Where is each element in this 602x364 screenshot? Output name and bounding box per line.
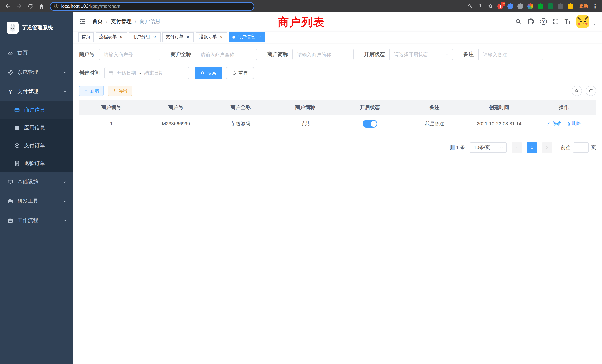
- filter-merchant-no: 商户号: [79, 49, 160, 60]
- close-icon[interactable]: ×: [119, 34, 124, 40]
- close-icon[interactable]: ×: [185, 34, 191, 40]
- extension-icon-6[interactable]: [548, 3, 553, 9]
- tab-merchant-info[interactable]: 商户信息 ×: [229, 32, 265, 42]
- trash-icon: [566, 121, 571, 126]
- password-key-icon[interactable]: [467, 3, 473, 9]
- page-1-button[interactable]: 1: [527, 142, 537, 152]
- reload-icon[interactable]: [27, 3, 33, 9]
- filter-label: 备注: [463, 51, 474, 58]
- tab-process-form[interactable]: 流程表单 ×: [96, 32, 127, 42]
- col-merchant-short-name: 商户简称: [273, 100, 337, 115]
- forward-icon[interactable]: [16, 3, 23, 10]
- tab-refund-order[interactable]: 退款订单 ×: [196, 32, 227, 42]
- browser-update-button[interactable]: 更新: [579, 3, 588, 9]
- sidebar-item-label: 商户信息: [24, 107, 45, 113]
- app-logo[interactable]: 芋道管理系统: [0, 12, 73, 43]
- sidebar-item-app-info[interactable]: 应用信息: [0, 119, 73, 137]
- extension-icon-7[interactable]: [558, 3, 563, 9]
- back-icon[interactable]: [4, 3, 11, 10]
- tab-label: 流程表单: [99, 34, 117, 40]
- user-avatar[interactable]: [576, 15, 589, 28]
- reset-button[interactable]: 重置: [226, 67, 254, 79]
- sidebar-item-home[interactable]: 首页: [0, 43, 73, 63]
- refresh-table-button[interactable]: [586, 86, 596, 96]
- font-size-icon[interactable]: TT: [565, 18, 571, 25]
- address-bar[interactable]: ⓘ localhost:1024/pay/merchant: [50, 2, 254, 11]
- delete-link[interactable]: 删除: [566, 120, 581, 127]
- extension-icon-3[interactable]: [517, 3, 523, 9]
- sidebar-item-dev-tools[interactable]: 研发工具: [0, 192, 73, 211]
- top-navbar: 首页 / 支付管理 / 商户信息 商户列表 ?: [73, 12, 602, 31]
- delete-link-label: 删除: [572, 120, 581, 127]
- filter-status: 开启状态 请选择开启状态: [364, 49, 453, 60]
- bookmark-star-icon[interactable]: [487, 3, 493, 9]
- sidebar-item-payment[interactable]: ¥ 支付管理: [0, 82, 73, 101]
- col-merchant-id: 商户编号: [79, 100, 144, 115]
- sidebar-item-system[interactable]: 系统管理: [0, 63, 73, 82]
- status-select-placeholder: 请选择开启状态: [394, 51, 428, 58]
- avatar-caret-icon[interactable]: [592, 23, 596, 28]
- switch-knob: [370, 121, 376, 127]
- sidebar-item-label: 支付订单: [24, 142, 45, 149]
- github-icon[interactable]: [527, 18, 535, 25]
- site-info-icon[interactable]: ⓘ: [54, 3, 59, 9]
- chevron-down-icon: [63, 218, 67, 223]
- bank-card-icon: [14, 107, 20, 113]
- filter-label: 创建时间: [79, 70, 100, 76]
- active-tab-dot: [232, 35, 235, 38]
- search-icon: [201, 71, 205, 75]
- table-toolbar: 新增 导出: [79, 86, 596, 96]
- cell-merchant-no: M233666999: [144, 115, 208, 133]
- merchant-name-input[interactable]: [196, 49, 257, 60]
- status-select[interactable]: 请选择开启状态: [389, 49, 453, 60]
- breadcrumb-payment[interactable]: 支付管理: [111, 18, 132, 25]
- edit-link[interactable]: 修改: [547, 120, 561, 127]
- search-icon[interactable]: [515, 18, 522, 25]
- profile-avatar-icon[interactable]: [568, 3, 573, 9]
- breadcrumb-home[interactable]: 首页: [92, 18, 103, 25]
- extension-icon-1[interactable]: 10: [497, 3, 503, 9]
- chevron-right-icon: [545, 145, 549, 150]
- filter-merchant-name: 商户全称: [171, 49, 257, 60]
- goto-page-input[interactable]: [573, 142, 589, 152]
- sidebar-item-merchant-info[interactable]: 商户信息: [0, 101, 73, 119]
- extension-icon-5[interactable]: [538, 3, 543, 9]
- merchant-no-input[interactable]: [99, 49, 160, 60]
- close-icon[interactable]: ×: [219, 34, 224, 40]
- merchant-table: 商户编号 商户号 商户全称 商户简称 开启状态 备注 创建时间 操作 1: [79, 100, 596, 133]
- share-icon[interactable]: [477, 3, 483, 9]
- font-size-large: T: [565, 18, 569, 25]
- reset-button-label: 重置: [238, 70, 248, 76]
- toolbar-right: [572, 86, 596, 96]
- sidebar-item-pay-order[interactable]: 支付订单: [0, 137, 73, 155]
- search-button[interactable]: 搜索: [195, 67, 222, 79]
- page-size-select[interactable]: 10条/页: [470, 142, 507, 152]
- date-range-picker[interactable]: 开始日期 - 结束日期: [104, 67, 189, 79]
- add-button[interactable]: 新增: [79, 86, 104, 96]
- close-icon[interactable]: ×: [152, 34, 157, 40]
- browser-menu-icon[interactable]: ⋮: [592, 3, 598, 9]
- sidebar-item-refund-order[interactable]: 退款订单: [0, 155, 73, 172]
- merchant-short-name-input[interactable]: [292, 49, 354, 60]
- col-remark: 备注: [402, 100, 467, 115]
- fullscreen-icon[interactable]: [552, 18, 559, 25]
- home-icon[interactable]: [38, 3, 45, 10]
- toggle-search-button[interactable]: [572, 86, 582, 96]
- sidebar-item-workflow[interactable]: 工作流程: [0, 211, 73, 230]
- sidebar-item-infrastructure[interactable]: 基础设施: [0, 172, 73, 192]
- tab-home[interactable]: 首页: [78, 32, 94, 42]
- next-page-button[interactable]: [542, 142, 552, 152]
- export-button[interactable]: 导出: [108, 86, 132, 96]
- close-icon[interactable]: ×: [257, 34, 262, 40]
- breadcrumb-current: 商户信息: [140, 18, 161, 25]
- tab-pay-order[interactable]: 支付订单 ×: [162, 32, 194, 42]
- status-switch[interactable]: [362, 120, 377, 128]
- prev-page-button[interactable]: [512, 142, 522, 152]
- help-icon[interactable]: ?: [540, 18, 547, 25]
- extension-icon-2[interactable]: [507, 3, 513, 9]
- remark-input[interactable]: [478, 49, 543, 60]
- edit-link-label: 修改: [552, 120, 561, 127]
- tab-user-group[interactable]: 用户分组 ×: [129, 32, 161, 42]
- extension-icon-4[interactable]: [527, 3, 533, 9]
- hamburger-icon[interactable]: [79, 18, 86, 25]
